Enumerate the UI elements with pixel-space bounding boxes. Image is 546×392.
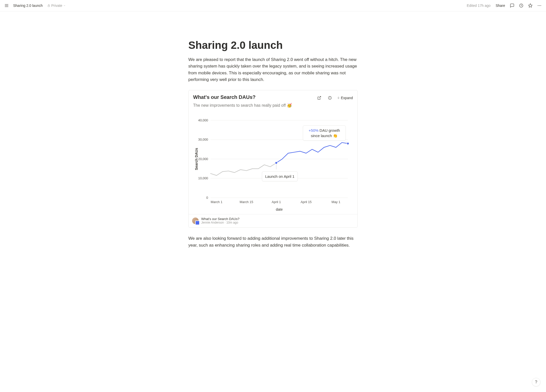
- edited-timestamp: Edited 17h ago: [467, 4, 490, 8]
- svg-text:30,000: 30,000: [198, 138, 208, 141]
- breadcrumb[interactable]: Sharing 2.0 launch: [12, 4, 44, 8]
- svg-text:Search DAUs: Search DAUs: [194, 148, 198, 170]
- chart-footer-title: What's our Search DAUs?: [201, 217, 239, 221]
- star-icon[interactable]: [527, 2, 534, 9]
- svg-text:date: date: [276, 207, 283, 211]
- menu-icon[interactable]: [3, 2, 10, 9]
- chart-title: What's our Search DAUs?: [193, 94, 256, 100]
- svg-point-6: [538, 5, 538, 6]
- chart-subtitle: The new improvements to search has reall…: [189, 103, 357, 108]
- chart-body: 010,00020,00030,00040,000March 1March 15…: [189, 108, 357, 214]
- svg-text:April 15: April 15: [301, 200, 312, 204]
- more-icon[interactable]: [536, 2, 543, 9]
- intro-paragraph[interactable]: We are pleased to report that the launch…: [188, 56, 358, 83]
- chart-footer: What's our Search DAUs? Jennie Anderson …: [189, 214, 357, 227]
- chart-footer-meta: Jennie Anderson · 10m ago: [201, 221, 239, 224]
- svg-rect-3: [48, 6, 50, 7]
- page-content: Sharing 2.0 launch We are pleased to rep…: [183, 11, 363, 276]
- page-title[interactable]: Sharing 2.0 launch: [188, 39, 358, 51]
- svg-text:20,000: 20,000: [198, 157, 208, 161]
- outro-paragraph[interactable]: We are also looking forward to adding ad…: [188, 235, 358, 249]
- svg-text:10,000: 10,000: [198, 177, 208, 180]
- expand-icon: [337, 96, 340, 99]
- comments-icon[interactable]: [509, 2, 516, 9]
- svg-point-12: [330, 97, 330, 97]
- share-button[interactable]: Share: [494, 3, 507, 9]
- svg-text:40,000: 40,000: [198, 118, 208, 122]
- svg-text:March 15: March 15: [240, 200, 253, 204]
- topbar-right: Edited 17h ago Share: [467, 2, 543, 9]
- avatar[interactable]: [192, 217, 199, 224]
- chart-header: What's our Search DAUs? Expand: [189, 90, 357, 101]
- svg-point-8: [540, 5, 541, 6]
- lock-icon: [47, 4, 50, 7]
- topbar: Sharing 2.0 launch Private Edited 17h ag…: [0, 0, 546, 11]
- svg-point-31: [275, 162, 277, 164]
- clock-icon[interactable]: [518, 2, 525, 9]
- chart-card: What's our Search DAUs? Expand The new i…: [188, 90, 358, 228]
- expand-button[interactable]: Expand: [337, 96, 353, 100]
- annotation-growth-pct: +50%: [309, 128, 318, 133]
- svg-text:0: 0: [206, 196, 208, 200]
- svg-point-7: [539, 5, 540, 6]
- svg-marker-5: [529, 4, 532, 7]
- open-external-icon[interactable]: [316, 94, 323, 101]
- svg-line-9: [319, 96, 321, 98]
- svg-text:May 1: May 1: [332, 200, 340, 204]
- info-icon[interactable]: [326, 94, 333, 101]
- privacy-selector[interactable]: Private: [46, 3, 67, 8]
- chart-footer-texts: What's our Search DAUs? Jennie Anderson …: [201, 217, 239, 224]
- topbar-left: Sharing 2.0 launch Private: [3, 2, 67, 9]
- annotation-growth: +50% DAU growth since launch 👏: [303, 125, 346, 141]
- expand-label: Expand: [341, 96, 353, 100]
- annotation-launch: Launch on April 1: [262, 171, 298, 181]
- privacy-label: Private: [51, 4, 62, 8]
- chart-actions: Expand: [316, 94, 353, 101]
- svg-text:April 1: April 1: [272, 200, 281, 204]
- svg-text:March 1: March 1: [211, 200, 222, 204]
- chevron-down-icon: [63, 4, 66, 7]
